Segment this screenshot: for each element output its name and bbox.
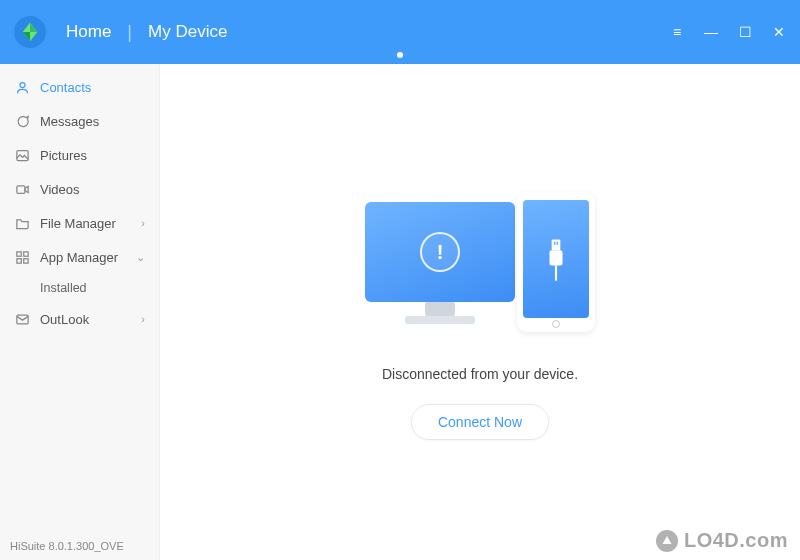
sidebar-spacer — [0, 336, 159, 532]
maximize-button[interactable]: ☐ — [736, 23, 754, 41]
chevron-right-icon: › — [141, 313, 145, 325]
monitor-base — [405, 316, 475, 324]
svg-rect-3 — [16, 251, 20, 255]
sidebar-subitem-label: Installed — [40, 281, 87, 295]
titlebar: Home | My Device ≡ — ☐ ✕ — [0, 0, 800, 64]
svg-rect-12 — [555, 266, 557, 281]
mail-icon — [14, 311, 30, 327]
sidebar-item-videos[interactable]: Videos — [0, 172, 159, 206]
svg-rect-9 — [554, 242, 556, 245]
pager-dot — [397, 52, 403, 58]
app-window: Home | My Device ≡ — ☐ ✕ Contacts — [0, 0, 800, 560]
video-icon — [14, 181, 30, 197]
sidebar-item-label: Messages — [40, 114, 99, 129]
app-logo — [14, 16, 46, 48]
nav-home[interactable]: Home — [60, 18, 117, 46]
sidebar-item-label: Contacts — [40, 80, 91, 95]
phone-graphic — [517, 192, 595, 332]
svg-point-0 — [20, 82, 25, 87]
chevron-down-icon: ⌄ — [136, 251, 145, 264]
connect-now-button[interactable]: Connect Now — [411, 404, 549, 440]
watermark-icon — [656, 530, 678, 552]
phone-home-button — [552, 320, 560, 328]
sidebar-item-label: OutLook — [40, 312, 89, 327]
nav-separator: | — [127, 22, 132, 43]
window-controls: ≡ — ☐ ✕ — [668, 23, 788, 41]
image-icon — [14, 147, 30, 163]
status-text: Disconnected from your device. — [382, 366, 578, 382]
svg-rect-4 — [23, 251, 27, 255]
main-content: ! Disco — [160, 64, 800, 560]
sidebar-item-contacts[interactable]: Contacts — [0, 70, 159, 104]
sidebar-item-label: App Manager — [40, 250, 118, 265]
monitor-stand — [425, 302, 455, 316]
chat-icon — [14, 113, 30, 129]
svg-rect-5 — [16, 258, 20, 262]
sidebar-subitem-installed[interactable]: Installed — [0, 274, 159, 302]
menu-button[interactable]: ≡ — [668, 23, 686, 41]
svg-rect-6 — [23, 258, 27, 262]
exclamation-icon: ! — [420, 232, 460, 272]
watermark-text: LO4D.com — [684, 529, 788, 552]
chevron-right-icon: › — [141, 217, 145, 229]
body: Contacts Messages Pictures Videos — [0, 64, 800, 560]
minimize-button[interactable]: — — [702, 23, 720, 41]
version-label: HiSuite 8.0.1.300_OVE — [0, 532, 159, 560]
usb-icon — [543, 237, 569, 281]
phone-screen — [523, 200, 589, 318]
sidebar-item-label: File Manager — [40, 216, 116, 231]
sidebar-item-file-manager[interactable]: File Manager › — [0, 206, 159, 240]
svg-rect-8 — [552, 240, 561, 251]
watermark: LO4D.com — [656, 529, 788, 552]
sidebar: Contacts Messages Pictures Videos — [0, 64, 160, 560]
close-button[interactable]: ✕ — [770, 23, 788, 41]
logo-icon — [19, 21, 41, 43]
header-nav: Home | My Device — [60, 18, 233, 46]
svg-rect-11 — [550, 250, 563, 265]
nav-my-device[interactable]: My Device — [142, 18, 233, 46]
sidebar-item-app-manager[interactable]: App Manager ⌄ — [0, 240, 159, 274]
folder-icon — [14, 215, 30, 231]
sidebar-item-pictures[interactable]: Pictures — [0, 138, 159, 172]
svg-rect-2 — [16, 185, 24, 193]
disconnected-illustration: ! — [365, 184, 595, 344]
apps-icon — [14, 249, 30, 265]
svg-rect-10 — [557, 242, 559, 245]
sidebar-item-messages[interactable]: Messages — [0, 104, 159, 138]
sidebar-item-label: Pictures — [40, 148, 87, 163]
sidebar-item-outlook[interactable]: OutLook › — [0, 302, 159, 336]
person-icon — [14, 79, 30, 95]
monitor-graphic: ! — [365, 202, 515, 302]
sidebar-item-label: Videos — [40, 182, 80, 197]
